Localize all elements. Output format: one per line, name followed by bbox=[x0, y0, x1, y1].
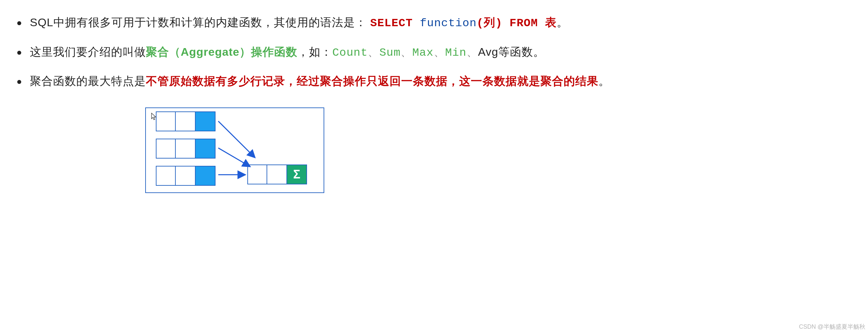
sql-function: function bbox=[420, 17, 476, 30]
cell-blank bbox=[247, 164, 267, 184]
func-min: Min bbox=[445, 47, 466, 59]
text: ，如： bbox=[298, 46, 332, 58]
keyword-aggregate: 聚合（Aggregate）操作函数 bbox=[146, 46, 298, 58]
cell-blank bbox=[176, 166, 196, 186]
cell-blank bbox=[176, 139, 196, 158]
text: 这里我们要介绍的叫做 bbox=[30, 46, 146, 58]
sep: 、 bbox=[368, 46, 379, 58]
text: SQL中拥有很多可用于计数和计算的内建函数，其使用的语法是： bbox=[30, 16, 367, 29]
cell-blank bbox=[156, 166, 176, 186]
cell-value bbox=[196, 139, 216, 158]
sep: 、 bbox=[401, 46, 412, 58]
sep: 、 bbox=[466, 46, 478, 58]
sql-table: 表 bbox=[545, 17, 557, 30]
func-count: Count bbox=[332, 47, 368, 59]
watermark: CSDN @半觞盛夏半觞秋 bbox=[799, 323, 865, 331]
func-avg: Avg bbox=[478, 46, 498, 58]
table-row bbox=[156, 139, 317, 158]
cell-blank bbox=[267, 164, 287, 184]
cell-blank bbox=[156, 112, 176, 131]
text: 聚合函数的最大特点是 bbox=[30, 74, 146, 87]
result-row: Σ bbox=[247, 164, 307, 184]
highlight-text: 不管原始数据有多少行记录，经过聚合操作只返回一条数据，这一条数据就是聚合的结果 bbox=[146, 74, 598, 87]
cell-value bbox=[196, 166, 216, 186]
bullet-item-1: SQL中拥有很多可用于计数和计算的内建函数，其使用的语法是： SELECT fu… bbox=[17, 14, 610, 31]
sigma-label: Σ bbox=[293, 168, 300, 181]
cell-blank bbox=[176, 112, 196, 131]
bullet-item-3: 聚合函数的最大特点是不管原始数据有多少行记录，经过聚合操作只返回一条数据，这一条… bbox=[17, 73, 610, 89]
text: 等函数。 bbox=[498, 46, 545, 58]
aggregate-diagram: Σ bbox=[145, 108, 324, 193]
cell-blank bbox=[156, 139, 176, 158]
text: 。 bbox=[557, 16, 568, 29]
cursor-icon bbox=[151, 113, 157, 121]
sql-from-kw: FROM bbox=[502, 17, 545, 30]
sep: 、 bbox=[434, 46, 445, 58]
bullet-item-2: 这里我们要介绍的叫做聚合（Aggregate）操作函数，如：Count、Sum、… bbox=[17, 44, 610, 61]
table-row bbox=[156, 112, 317, 131]
cell-sigma: Σ bbox=[287, 164, 307, 184]
func-max: Max bbox=[412, 47, 433, 59]
bullet-list: SQL中拥有很多可用于计数和计算的内建函数，其使用的语法是： SELECT fu… bbox=[17, 14, 610, 102]
cell-value bbox=[196, 112, 216, 131]
func-sum: Sum bbox=[379, 47, 401, 59]
sql-column: (列) bbox=[477, 17, 503, 30]
sql-select-kw: SELECT bbox=[370, 17, 420, 30]
text: 。 bbox=[598, 74, 610, 87]
